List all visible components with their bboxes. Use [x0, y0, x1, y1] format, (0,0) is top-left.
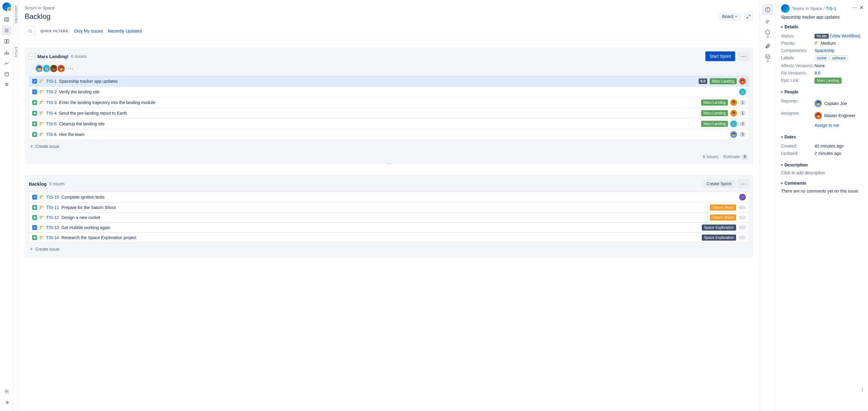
- details-tab-description-icon[interactable]: [762, 17, 773, 27]
- create-issue-link[interactable]: + Create issue: [29, 243, 749, 253]
- label-tag[interactable]: software: [830, 55, 848, 61]
- more-avatars-button[interactable]: ⋯: [68, 65, 73, 72]
- epic-badge[interactable]: Mars Landing: [701, 110, 728, 116]
- nav-components-icon[interactable]: [2, 80, 11, 90]
- close-details-button[interactable]: ✕: [859, 4, 864, 11]
- details-issue-key-link[interactable]: TIS-1: [826, 6, 836, 11]
- nav-ship-icon[interactable]: [2, 48, 11, 57]
- create-issue-link[interactable]: + Create issue: [29, 140, 749, 150]
- unassigned-pill[interactable]: [739, 216, 746, 219]
- board-dropdown-button[interactable]: Board: [718, 12, 741, 21]
- add-description-hint[interactable]: Click to add description: [781, 170, 863, 175]
- collapse-sprint-button[interactable]: [29, 53, 35, 59]
- nav-pages-icon[interactable]: [2, 69, 11, 79]
- issue-key-link[interactable]: TIS-13: [46, 225, 59, 230]
- nav-expand-icon[interactable]: [2, 398, 11, 407]
- issue-row[interactable]: TIS-3Enter the landing trajectory into t…: [29, 97, 749, 108]
- issue-key-link[interactable]: TIS-5: [46, 121, 57, 126]
- epic-badge[interactable]: Space Exploration: [702, 225, 736, 231]
- details-tab-subtasks-icon[interactable]: 0: [762, 53, 773, 64]
- details-tab-info-icon[interactable]: [762, 4, 773, 15]
- issue-key-link[interactable]: TIS-12: [46, 215, 59, 220]
- tab-epics[interactable]: EPICS: [13, 45, 18, 60]
- assignee-avatar[interactable]: 👨🏽: [730, 99, 737, 106]
- search-button[interactable]: [25, 26, 36, 36]
- nav-settings-icon[interactable]: [2, 387, 11, 397]
- assign-to-me-link[interactable]: Assign to me: [814, 123, 863, 128]
- issue-row[interactable]: TIS-5Cleanup the landing siteMars Landin…: [29, 119, 749, 129]
- issue-key-link[interactable]: TIS-11: [46, 205, 59, 210]
- create-sprint-button[interactable]: Create Sprint: [703, 179, 735, 188]
- project-logo-icon[interactable]: [2, 2, 11, 11]
- issue-row[interactable]: TIS-11Prepare for the Saturn ShootSaturn…: [29, 203, 749, 213]
- epic-badge[interactable]: Mars Landing: [701, 121, 728, 127]
- component-link[interactable]: Spaceship: [814, 48, 863, 53]
- scroll-to-top-button[interactable]: ↑: [861, 386, 864, 393]
- story-icon: [32, 235, 37, 240]
- section-dates-header[interactable]: ▾Dates: [781, 135, 863, 139]
- avatar[interactable]: 👩: [57, 64, 65, 73]
- issue-key-link[interactable]: TIS-2: [46, 89, 57, 94]
- svg-line-14: [31, 32, 32, 33]
- issue-row[interactable]: TIS-6Hire the team👨5: [29, 129, 749, 140]
- section-description-header[interactable]: ▾Description: [781, 163, 863, 167]
- epic-badge[interactable]: Space Exploration: [702, 235, 736, 241]
- assignee-name: Master Engineer: [824, 113, 856, 118]
- field-label: Affects Version/s:: [781, 63, 814, 68]
- created-value: 40 minutes ago: [814, 144, 863, 148]
- issue-key-link[interactable]: TIS-6: [46, 132, 57, 137]
- issue-key-link[interactable]: TIS-4: [46, 111, 57, 116]
- view-workflow-link[interactable]: View Workflow: [831, 33, 859, 38]
- unassigned-pill[interactable]: [739, 236, 746, 239]
- section-comments-header[interactable]: ▾Comments: [781, 181, 863, 185]
- details-tab-attachments-icon[interactable]: [762, 41, 773, 52]
- sprint-more-button[interactable]: ⋯: [738, 51, 749, 61]
- section-people-header[interactable]: ▾People: [781, 89, 863, 94]
- tab-versions[interactable]: VERSIONS: [13, 3, 18, 26]
- epic-badge[interactable]: Mars Landing: [701, 99, 728, 106]
- assignee-avatar[interactable]: 🤖: [739, 89, 746, 95]
- assignee-avatar[interactable]: 👨: [730, 131, 737, 138]
- issue-row[interactable]: TIS-1Spaceship tracker app updates8.0Mar…: [29, 76, 749, 87]
- issue-key-link[interactable]: TIS-14: [46, 235, 59, 240]
- assignee-avatar[interactable]: 👾: [739, 194, 746, 201]
- field-value: None: [814, 63, 863, 68]
- issue-row[interactable]: TIS-4Send the pre-landing report to Eart…: [29, 108, 749, 119]
- issue-key-link[interactable]: TIS-3: [46, 100, 57, 105]
- issue-row[interactable]: TIS-13Get Hubble working againSpace Expl…: [29, 223, 749, 233]
- epic-badge[interactable]: Mars Landing: [710, 78, 737, 84]
- issue-key-link[interactable]: TIS-10: [46, 195, 59, 200]
- issue-row[interactable]: TIS-12Design a new rocketSaturn Shoot: [29, 213, 749, 223]
- field-label: Epic Link:: [781, 78, 814, 83]
- start-sprint-button[interactable]: Start Sprint: [705, 51, 735, 61]
- issue-row[interactable]: TIS-10Complete ignition tests👾: [29, 192, 749, 203]
- filter-recently-updated[interactable]: Recently Updated: [108, 29, 142, 33]
- nav-board-icon[interactable]: [2, 14, 11, 24]
- details-tab-comments-icon[interactable]: 0: [762, 29, 773, 39]
- task-icon: [32, 79, 37, 84]
- issue-row[interactable]: TIS-2Verify the landing site🤖: [29, 87, 749, 97]
- issue-row[interactable]: TIS-14Research the Space Exploration pro…: [29, 233, 749, 242]
- details-more-button[interactable]: ⋯: [852, 5, 857, 10]
- issue-summary: Hire the team: [59, 132, 728, 137]
- nav-backlog-icon[interactable]: [2, 26, 11, 35]
- epic-badge[interactable]: Saturn Shoot: [710, 214, 736, 221]
- backlog-more-button[interactable]: ⋯: [738, 179, 749, 188]
- section-divider[interactable]: ⋯: [25, 161, 753, 166]
- issue-key-link[interactable]: TIS-1: [46, 79, 57, 84]
- nav-sprints-icon[interactable]: [2, 36, 11, 46]
- fullscreen-button[interactable]: [744, 11, 753, 21]
- filter-only-my-issues[interactable]: Only My Issues: [74, 29, 103, 33]
- unassigned-pill[interactable]: [739, 206, 746, 209]
- fix-version-link[interactable]: 8.0: [814, 70, 863, 76]
- section-details-header[interactable]: ▾Details: [781, 24, 863, 29]
- epic-badge[interactable]: Saturn Shoot: [710, 204, 736, 210]
- assignee-avatar[interactable]: 🤖: [730, 120, 737, 127]
- unassigned-pill[interactable]: [739, 226, 746, 229]
- epic-link-badge[interactable]: Mars Landing: [814, 78, 842, 84]
- label-tag[interactable]: rocket: [814, 55, 829, 61]
- assignee-avatar[interactable]: 👨🏽: [730, 110, 737, 117]
- assignee-avatar[interactable]: 👩: [739, 78, 746, 85]
- nav-reports-icon[interactable]: [2, 58, 11, 68]
- sprint-issue-list: TIS-1Spaceship tracker app updates8.0Mar…: [29, 76, 749, 140]
